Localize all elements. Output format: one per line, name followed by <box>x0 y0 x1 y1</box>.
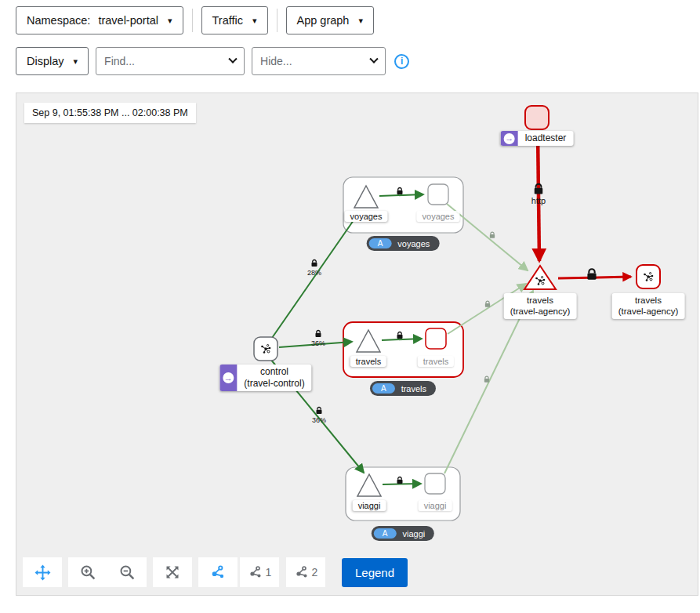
edge-percent-label: 36% <box>312 416 326 424</box>
find-input[interactable] <box>96 55 222 67</box>
group-badge-voyages[interactable]: A voyages <box>367 236 440 251</box>
root-arrow-icon: → <box>504 133 515 144</box>
traffic-source-badge: → <box>501 131 518 146</box>
app-badge: A <box>374 528 397 539</box>
node-label-loadtester[interactable]: → loadtester <box>501 131 574 146</box>
node-label-travels-agency-app[interactable]: travels (travel-agency) <box>504 293 577 319</box>
app-badge: A <box>369 238 392 248</box>
mtls-lock-icon <box>312 260 317 267</box>
node-label-travels-app[interactable]: travels <box>350 356 386 367</box>
node-label-voyages-workload[interactable]: voyages <box>417 211 460 222</box>
layout-1-label: 1 <box>266 566 272 579</box>
display-dropdown[interactable]: Display ▾ <box>16 47 89 75</box>
mtls-lock-icon <box>317 408 322 415</box>
hide-input[interactable] <box>252 55 363 67</box>
node-label-viaggi-workload[interactable]: viaggi <box>419 500 452 511</box>
move-icon <box>34 564 51 581</box>
node-loadtester[interactable] <box>525 106 549 129</box>
graph-canvas[interactable]: Sep 9, 01:55:38 PM ... 02:00:38 PM http … <box>16 92 698 596</box>
node-label-viaggi-app[interactable]: viaggi <box>353 500 386 511</box>
mtls-lock-icon <box>587 269 596 280</box>
fit-to-screen-button[interactable] <box>153 557 192 587</box>
node-travels-workload[interactable] <box>426 328 446 349</box>
layout-2-label: 2 <box>312 566 318 579</box>
legend-button[interactable]: Legend <box>342 558 408 587</box>
edge-viaggi-app-to-workload[interactable] <box>383 484 421 484</box>
caret-down-icon: ▾ <box>358 16 363 26</box>
mtls-lock-icon <box>490 232 495 238</box>
namespace-value: travel-portal <box>98 14 158 27</box>
node-voyages-workload[interactable] <box>428 184 448 205</box>
layout-1-button[interactable]: 1 <box>240 557 279 587</box>
hide-field <box>252 47 386 75</box>
traffic-label: Traffic <box>212 14 243 27</box>
caret-down-icon: ▾ <box>252 16 257 26</box>
find-options-button[interactable] <box>222 48 243 74</box>
zoom-out-button[interactable] <box>107 557 147 587</box>
pan-mode-button[interactable] <box>23 557 62 587</box>
info-icon[interactable]: i <box>394 54 409 69</box>
traffic-dropdown[interactable]: Traffic ▾ <box>201 6 268 34</box>
topology-icon <box>248 564 263 580</box>
group-badge-viaggi[interactable]: A viaggi <box>372 526 434 541</box>
mtls-lock-icon <box>485 301 490 307</box>
zoom-in-icon <box>80 564 96 581</box>
chevron-down-icon <box>369 55 378 63</box>
hide-options-button[interactable] <box>363 48 384 74</box>
namespace-label: Namespace: <box>27 14 90 27</box>
node-viaggi-workload[interactable] <box>425 473 445 494</box>
graph-toolbar-primary: Namespace: travel-portal ▾ Traffic ▾ App… <box>16 6 374 34</box>
chevron-down-icon <box>228 55 237 63</box>
node-label-voyages-app[interactable]: voyages <box>345 211 388 222</box>
node-label-control[interactable]: → control (travel-control) <box>219 365 311 391</box>
graph-zoom-controls: 1 2 Legend <box>23 557 408 587</box>
graph-type-dropdown[interactable]: App graph ▾ <box>286 6 374 34</box>
topology-icon <box>209 564 227 581</box>
app-badge: A <box>372 383 395 394</box>
graph-type-value: App graph <box>297 14 350 27</box>
graph-toolbar-secondary: Display ▾ i <box>16 47 409 75</box>
display-label: Display <box>27 55 64 67</box>
edge-percent-label: 36% <box>311 339 325 347</box>
topology-graph <box>16 93 698 595</box>
edge-percent-label: 28% <box>307 269 321 277</box>
edge-protocol-label: http <box>531 196 546 205</box>
namespace-dropdown[interactable]: Namespace: travel-portal ▾ <box>16 6 183 34</box>
node-label-travels-workload[interactable]: travels <box>418 356 454 367</box>
toolbar-divider <box>277 9 277 32</box>
zoom-in-button[interactable] <box>68 557 107 587</box>
caret-down-icon: ▾ <box>168 16 172 26</box>
toolbar-divider <box>192 9 193 32</box>
caret-down-icon: ▾ <box>74 56 78 67</box>
mtls-lock-icon <box>316 331 321 338</box>
time-range-chip: Sep 9, 01:55:38 PM ... 02:00:38 PM <box>24 103 196 123</box>
layout-2-button[interactable]: 2 <box>286 557 325 587</box>
root-arrow-icon: → <box>223 372 234 383</box>
mtls-lock-icon <box>484 376 489 383</box>
traffic-source-badge: → <box>219 365 237 391</box>
group-badge-travels[interactable]: A travels <box>370 381 436 396</box>
zoom-out-icon <box>119 564 136 581</box>
find-field <box>96 47 245 75</box>
layout-default-button[interactable] <box>198 557 238 587</box>
node-label-travels-agency-workload[interactable]: travels (travel-agency) <box>612 293 685 319</box>
topology-icon <box>294 564 310 580</box>
node-travels-agency-app[interactable] <box>524 266 556 289</box>
expand-icon <box>165 564 180 580</box>
